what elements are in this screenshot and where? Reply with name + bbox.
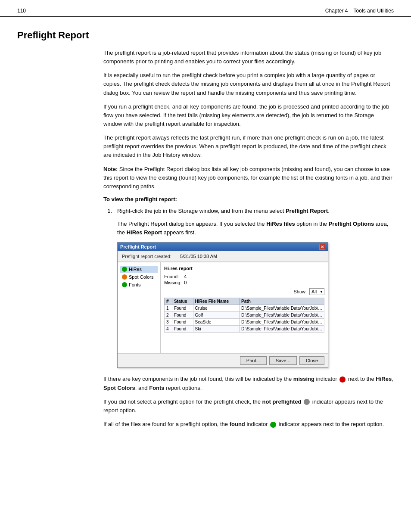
col-path: Path bbox=[240, 298, 324, 305]
row1-num: 1 bbox=[165, 305, 172, 312]
sub-paragraph: The Preflight Report dialog box appears.… bbox=[117, 220, 394, 237]
indicator-green-2 bbox=[122, 282, 127, 287]
row1-path: D:\Sample_Files\Variable Data\YourJob\M … bbox=[240, 305, 324, 312]
dialog-meta-value: 5/31/05 10:38 AM bbox=[180, 254, 217, 259]
files-table-header: # Status HiRes File Name Path bbox=[165, 298, 324, 305]
print-button[interactable]: Print... bbox=[240, 356, 267, 365]
row4-num: 4 bbox=[165, 326, 172, 333]
col-filename: HiRes File Name bbox=[193, 298, 240, 305]
col-status: Status bbox=[172, 298, 193, 305]
dialog-footer: Print... Save... Close bbox=[118, 353, 328, 367]
panel-item-fonts[interactable]: Fonts bbox=[120, 281, 158, 288]
two-col-layout: The preflight report is a job-related re… bbox=[17, 49, 394, 434]
left-margin bbox=[17, 49, 103, 434]
sub-text-last: appears first. bbox=[162, 229, 196, 236]
table-row: 3 Found SeaSide D:\Sample_Files\Variable… bbox=[165, 319, 324, 326]
col-num: # bbox=[165, 298, 172, 305]
step-1: 1. Right-click the job in the Storage wi… bbox=[103, 207, 394, 215]
paragraph-4: The preflight report always reflects the… bbox=[103, 134, 394, 159]
files-table: # Status HiRes File Name Path 1 bbox=[164, 298, 324, 333]
indicator-green-1 bbox=[122, 267, 127, 272]
pp1-bold3: Spot Colors bbox=[103, 385, 135, 391]
panel-item-spot-colors[interactable]: Spot Colors bbox=[120, 274, 158, 280]
table-row: 1 Found Cruise D:\Sample_Files\Variable … bbox=[165, 305, 324, 312]
panel-label-fonts: Fonts bbox=[129, 282, 141, 287]
post-para-2: If you did not select a preflight option… bbox=[103, 398, 394, 415]
hires-stats: Found: 4 Missing: 0 bbox=[164, 274, 324, 286]
row4-filename: Ski bbox=[193, 326, 240, 333]
files-table-body: 1 Found Cruise D:\Sample_Files\Variable … bbox=[165, 305, 324, 333]
note-paragraph: Note: Since the Preflight Report dialog … bbox=[103, 165, 394, 191]
dialog-box[interactable]: Preflight Report ✕ Preflight report crea… bbox=[117, 242, 328, 368]
found-indicator-icon bbox=[270, 422, 276, 428]
pp3-after: indicator bbox=[277, 421, 301, 427]
section-title: Preflight Report bbox=[17, 30, 394, 41]
procedure-heading: To view the preflight report: bbox=[103, 196, 394, 202]
row1-status: Found bbox=[172, 305, 193, 312]
page-header: 110 Chapter 4 – Tools and Utilities bbox=[0, 0, 411, 17]
row3-path: D:\Sample_Files\Variable Data\YourJob\M … bbox=[240, 319, 324, 326]
show-select[interactable]: All bbox=[309, 288, 324, 295]
step-text: Right-click the job in the Storage windo… bbox=[117, 207, 394, 215]
pp2-before: If you did not select a preflight option… bbox=[103, 398, 262, 405]
sub-bold-2: Preflight Options bbox=[329, 221, 374, 227]
dialog-title: Preflight Report bbox=[120, 244, 156, 249]
not-preflighted-indicator-icon bbox=[304, 399, 310, 405]
row4-path: D:\Sample_Files\Variable Data\YourJob\M … bbox=[240, 326, 324, 333]
page-number: 110 bbox=[17, 8, 26, 14]
close-button[interactable]: Close bbox=[299, 356, 324, 365]
table-row: 4 Found Ski D:\Sample_Files\Variable Dat… bbox=[165, 326, 324, 333]
row2-status: Found bbox=[172, 312, 193, 319]
pp1-text4: report options. bbox=[165, 385, 202, 391]
hires-report-title: Hi-res report bbox=[164, 266, 324, 271]
pp1-bold4: Fonts bbox=[149, 385, 164, 391]
sub-text-mid: option in the bbox=[295, 221, 329, 227]
post-para-1: If there are key components in the job n… bbox=[103, 375, 394, 392]
files-table-header-row: # Status HiRes File Name Path bbox=[165, 298, 324, 305]
show-select-wrapper[interactable]: All bbox=[309, 288, 324, 295]
post-para-3: If all of the files are found for a pref… bbox=[103, 420, 394, 429]
stats-table: Found: 4 Missing: 0 bbox=[164, 274, 189, 286]
missing-indicator-icon bbox=[339, 376, 346, 383]
dialog-left-panel: HiRes Spot Colors Fonts bbox=[118, 262, 161, 353]
panel-label-spot: Spot Colors bbox=[129, 274, 153, 280]
paragraph-2: It is especially useful to run the prefl… bbox=[103, 71, 394, 97]
step-text-after: . bbox=[328, 208, 330, 214]
pp1-bold: missing bbox=[293, 376, 314, 382]
row3-num: 3 bbox=[165, 319, 172, 326]
pp1-before: If there are key components in the job n… bbox=[103, 376, 293, 382]
show-label: Show: bbox=[293, 289, 307, 294]
missing-value: 0 bbox=[184, 280, 189, 286]
row2-path: D:\Sample_Files\Variable Data\YourJob\M … bbox=[240, 312, 324, 319]
found-row: Found: 4 bbox=[164, 274, 189, 280]
dialog-titlebar: Preflight Report ✕ bbox=[118, 243, 328, 251]
row2-filename: Golf bbox=[193, 312, 240, 319]
paragraph-1: The preflight report is a job-related re… bbox=[103, 49, 394, 66]
paragraph-3: If you run a preflight check, and all ke… bbox=[103, 103, 394, 128]
step-number: 1. bbox=[103, 207, 112, 215]
note-text: Since the Preflight Report dialog box li… bbox=[103, 166, 392, 190]
panel-label-hires: HiRes bbox=[129, 267, 142, 272]
save-button[interactable]: Save... bbox=[269, 356, 297, 365]
note-label: Note: bbox=[103, 166, 118, 172]
page-container: 110 Chapter 4 – Tools and Utilities Pref… bbox=[0, 0, 411, 532]
step-list: 1. Right-click the job in the Storage wi… bbox=[103, 207, 394, 215]
panel-item-hires[interactable]: HiRes bbox=[120, 266, 158, 273]
show-row: Show: All bbox=[164, 288, 324, 295]
dialog-right-panel: Hi-res report Found: 4 Missing: bbox=[161, 262, 328, 353]
right-content: The preflight report is a job-related re… bbox=[103, 49, 394, 434]
sub-text-before: The Preflight Report dialog box appears.… bbox=[117, 221, 266, 227]
pp2-bold: not preflighted bbox=[262, 398, 302, 405]
pp1-text2: , bbox=[392, 376, 393, 382]
dialog-meta-row: Preflight report created: 5/31/05 10:38 … bbox=[118, 251, 328, 262]
row4-status: Found bbox=[172, 326, 193, 333]
sub-bold-1: HiRes files bbox=[266, 221, 295, 227]
pp1-bold2: HiRes bbox=[376, 376, 392, 382]
pp1-text3: , and bbox=[135, 385, 149, 391]
dialog-meta-label: Preflight report created: bbox=[122, 254, 171, 259]
pp3-before: If all of the files are found for a pref… bbox=[103, 421, 230, 427]
row2-num: 2 bbox=[165, 312, 172, 319]
table-row: 2 Found Golf D:\Sample_Files\Variable Da… bbox=[165, 312, 324, 319]
indicator-orange bbox=[122, 274, 127, 280]
dialog-close-button[interactable]: ✕ bbox=[319, 244, 325, 250]
